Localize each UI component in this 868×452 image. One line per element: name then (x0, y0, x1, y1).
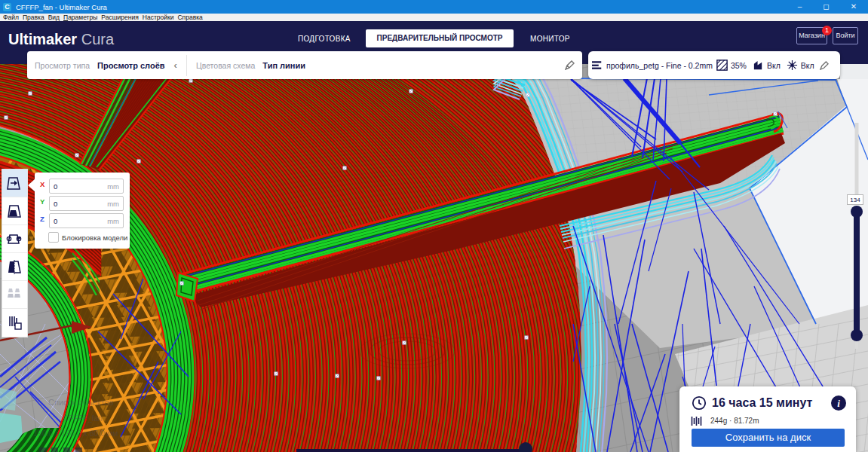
svg-text:i: i (837, 398, 840, 409)
svg-text:CFFFP_fan: CFFFP_fan (63, 414, 103, 423)
svg-text:190.0 x 190.0 x 80.0 мм: 190.0 x 190.0 x 80.0 мм (33, 429, 118, 438)
svg-text:Список объектов: Список объектов (48, 398, 114, 407)
